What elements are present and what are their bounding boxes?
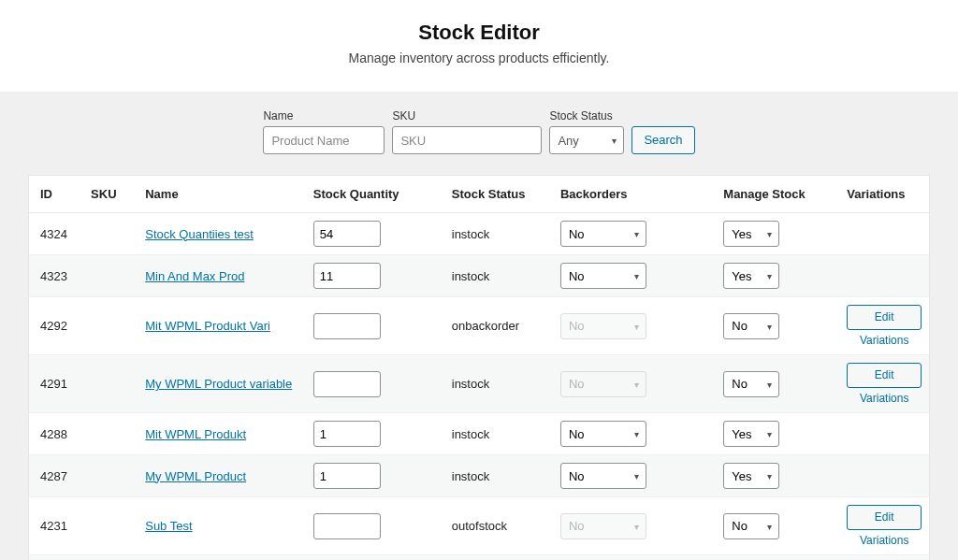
- backorders-select[interactable]: No: [560, 421, 646, 447]
- manage-stock-select[interactable]: No: [723, 313, 779, 339]
- backorders-select[interactable]: No: [560, 263, 646, 289]
- cell-qty: [306, 213, 444, 255]
- stock-quantity-input[interactable]: [313, 463, 381, 489]
- cell-backorders: No: [553, 213, 716, 255]
- content-wrapper: Name SKU Stock Status Any Search ID SKU: [0, 93, 958, 560]
- cell-qty: [306, 413, 444, 455]
- cell-name: shared stock: [138, 555, 306, 561]
- cell-stock-status: instock: [444, 355, 553, 413]
- edit-variations-button[interactable]: Edit Variations: [847, 305, 922, 330]
- cell-stock-status: instock: [444, 213, 553, 255]
- cell-id: 4291: [29, 355, 83, 413]
- cell-stock-status: instock: [444, 555, 553, 561]
- products-table: ID SKU Name Stock Quantity Stock Status …: [29, 176, 929, 560]
- cell-id: 4231: [29, 497, 83, 555]
- product-name-link[interactable]: Mit WPML Produkt Vari: [145, 319, 270, 333]
- cell-name: My WPML Product: [138, 455, 306, 497]
- cell-sku: [83, 297, 138, 355]
- cell-manage-stock: Yes: [716, 455, 839, 497]
- cell-variations: Edit Variations: [839, 497, 929, 555]
- cell-stock-status: instock: [444, 413, 553, 455]
- cell-backorders: No: [553, 297, 716, 355]
- cell-variations: Edit Variations: [839, 555, 929, 561]
- cell-backorders: No: [553, 497, 716, 555]
- cell-variations: [839, 455, 929, 497]
- filter-status-select[interactable]: Any: [549, 126, 624, 154]
- cell-name: My WPML Product variable: [138, 355, 306, 413]
- cell-qty: [306, 455, 444, 497]
- product-name-link[interactable]: My WPML Product: [145, 469, 246, 483]
- manage-stock-select[interactable]: No: [723, 513, 779, 539]
- stock-quantity-input[interactable]: [313, 263, 381, 289]
- cell-manage-stock: Yes: [716, 255, 839, 297]
- stock-quantity-input[interactable]: [313, 313, 381, 339]
- cell-backorders: No: [553, 255, 716, 297]
- cell-sku: [83, 255, 138, 297]
- product-name-link[interactable]: Sub Test: [145, 519, 192, 533]
- cell-qty: [306, 555, 444, 561]
- cell-stock-status: onbackorder: [444, 297, 553, 355]
- cell-stock-status: instock: [444, 455, 553, 497]
- th-name: Name: [138, 176, 306, 213]
- cell-backorders: No: [553, 555, 716, 561]
- stock-quantity-input[interactable]: [313, 221, 381, 247]
- backorders-select[interactable]: No: [560, 463, 646, 489]
- table-row: 4323Min And Max ProdinstockNoYes: [29, 255, 929, 297]
- search-button[interactable]: Search: [631, 126, 694, 154]
- filter-bar: Name SKU Stock Status Any Search: [28, 109, 930, 154]
- cell-qty: [306, 255, 444, 297]
- cell-stock-status: outofstock: [444, 497, 553, 555]
- filter-status-label: Stock Status: [549, 109, 624, 122]
- cell-id: 4323: [29, 255, 83, 297]
- table-row: 4287My WPML ProductinstockNoYes: [29, 455, 929, 497]
- page-title: Stock Editor: [0, 21, 958, 45]
- table-row: 4292Mit WPML Produkt VarionbackorderNoNo…: [29, 297, 929, 355]
- product-name-link[interactable]: Min And Max Prod: [145, 269, 244, 283]
- th-qty: Stock Quantity: [306, 176, 444, 213]
- table-row: 4179shared stockinstockNoYesEdit Variati…: [29, 555, 929, 561]
- manage-stock-select[interactable]: Yes: [723, 463, 779, 489]
- backorders-select[interactable]: No: [560, 221, 646, 247]
- cell-variations: [839, 413, 929, 455]
- cell-id: 4288: [29, 413, 83, 455]
- filter-name-input[interactable]: [263, 126, 385, 154]
- cell-manage-stock: Yes: [716, 213, 839, 255]
- manage-stock-select[interactable]: Yes: [723, 221, 779, 247]
- edit-variations-button[interactable]: Edit Variations: [847, 505, 922, 530]
- th-sku: SKU: [83, 176, 138, 213]
- th-status: Stock Status: [444, 176, 553, 213]
- product-name-link[interactable]: Mit WPML Produkt: [145, 427, 246, 441]
- product-name-link[interactable]: Stock Quantiies test: [145, 227, 254, 241]
- cell-manage-stock: No: [716, 355, 839, 413]
- cell-sku: [83, 355, 138, 413]
- cell-manage-stock: No: [716, 497, 839, 555]
- stock-quantity-input[interactable]: [313, 371, 381, 397]
- th-variations: Variations: [839, 176, 929, 213]
- cell-sku: [83, 497, 138, 555]
- products-table-panel: ID SKU Name Stock Quantity Stock Status …: [28, 175, 930, 560]
- cell-id: 4179: [29, 555, 83, 561]
- filter-sku-label: SKU: [392, 109, 542, 122]
- cell-id: 4287: [29, 455, 83, 497]
- page-subtitle: Manage inventory across products efficie…: [0, 50, 958, 65]
- cell-qty: [306, 355, 444, 413]
- cell-name: Stock Quantiies test: [138, 213, 306, 255]
- filter-sku-input[interactable]: [392, 126, 542, 154]
- cell-id: 4292: [29, 297, 83, 355]
- table-row: 4231Sub TestoutofstockNoNoEdit Variation…: [29, 497, 929, 555]
- table-row: 4291My WPML Product variableinstockNoNoE…: [29, 355, 929, 413]
- edit-variations-button[interactable]: Edit Variations: [847, 363, 922, 388]
- manage-stock-select[interactable]: No: [723, 371, 779, 397]
- cell-variations: Edit Variations: [839, 297, 929, 355]
- cell-sku: [83, 455, 138, 497]
- cell-qty: [306, 497, 444, 555]
- cell-name: Mit WPML Produkt Vari: [138, 297, 306, 355]
- stock-quantity-input[interactable]: [313, 421, 381, 447]
- cell-variations: [839, 255, 929, 297]
- product-name-link[interactable]: My WPML Product variable: [145, 377, 292, 391]
- stock-quantity-input[interactable]: [313, 513, 381, 539]
- manage-stock-select[interactable]: Yes: [723, 421, 779, 447]
- cell-manage-stock: Yes: [716, 555, 839, 561]
- page-header: Stock Editor Manage inventory across pro…: [0, 0, 958, 93]
- manage-stock-select[interactable]: Yes: [723, 263, 779, 289]
